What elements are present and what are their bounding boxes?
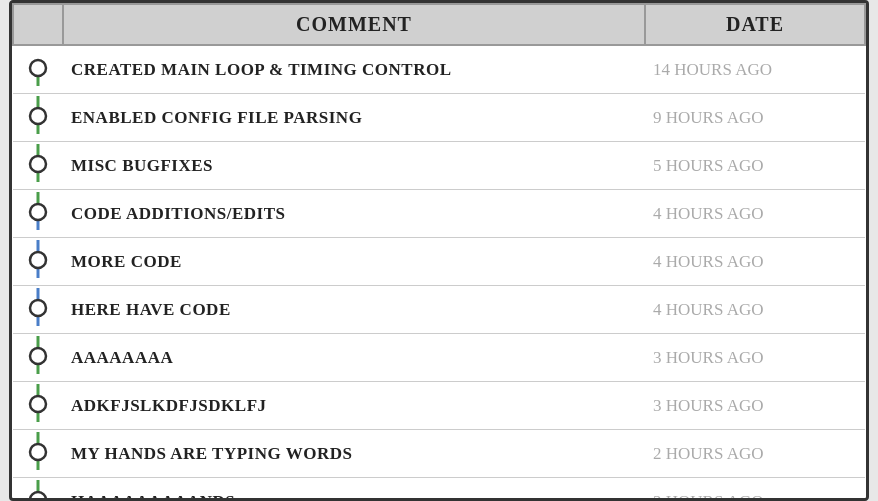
circle-svg [18,384,58,422]
svg-point-19 [30,348,46,364]
svg-point-25 [30,444,46,460]
comment-cell: CODE ADDITIONS/EDITS [63,190,645,238]
table-row: MISC BUGFIXES5 HOURs AGO [13,142,865,190]
date-cell: 2 Hours Ago [645,430,865,478]
date-cell: 4 HOURs AGo [645,190,865,238]
main-container: COMMENT DATE CREATED MAIN LOOP & TIMING … [9,0,869,501]
table-row: CODE ADDITIONS/EDITS4 HOURs AGo [13,190,865,238]
comment-cell: MY HANDS ARE TYPING WORDS [63,430,645,478]
comment-cell: AAAAAAAA [63,334,645,382]
circle-cell [13,142,63,190]
table-row: HAAAAAAAAANDS2 HouRs AGo [13,478,865,502]
header-circle-col [13,4,63,45]
circle-svg [18,480,58,501]
date-cell: 9 HOURs AGO [645,94,865,142]
date-cell: 3 HOURs AGO [645,334,865,382]
table-row: ENABLED CONFIG FILE PARSING9 HOURs AGO [13,94,865,142]
svg-point-13 [30,252,46,268]
table-wrapper: COMMENT DATE CREATED MAIN LOOP & TIMING … [12,3,866,501]
circle-cell [13,478,63,502]
table-row: MORE CODE4 HOURs AGO [13,238,865,286]
header-comment: COMMENT [63,4,645,45]
circle-cell [13,238,63,286]
header-date: DATE [645,4,865,45]
date-cell: 4 HOURs AGO [645,238,865,286]
table-row: AAAAAAAA3 HOURs AGO [13,334,865,382]
comment-cell: MORE CODE [63,238,645,286]
comment-cell: HAAAAAAAAANDS [63,478,645,502]
comment-cell: HERE HAVE CODE [63,286,645,334]
table-row: HERE HAVE CODE4 HOURs AGo [13,286,865,334]
circle-cell [13,334,63,382]
table-row: ADKFJSLKDFJSDKLFJ3 HOURs AGO [13,382,865,430]
circle-svg [18,144,58,182]
date-cell: 4 HOURs AGo [645,286,865,334]
date-cell: 3 HOURs AGO [645,382,865,430]
circle-svg [18,288,58,326]
svg-point-10 [30,204,46,220]
date-cell: 14 Hours Ago [645,45,865,94]
table-body: CREATED MAIN LOOP & TIMING CONTROL14 Hou… [13,45,865,501]
circle-svg [18,240,58,278]
circle-cell [13,430,63,478]
date-cell: 5 HOURs AGO [645,142,865,190]
svg-point-7 [30,156,46,172]
comment-cell: MISC BUGFIXES [63,142,645,190]
comment-cell: CREATED MAIN LOOP & TIMING CONTROL [63,45,645,94]
circle-svg [18,192,58,230]
circle-cell [13,45,63,94]
circle-cell [13,190,63,238]
svg-point-4 [30,108,46,124]
comment-cell: ADKFJSLKDFJSDKLFJ [63,382,645,430]
circle-svg [18,336,58,374]
circle-cell [13,94,63,142]
svg-point-16 [30,300,46,316]
svg-point-27 [30,492,46,501]
svg-point-22 [30,396,46,412]
comment-cell: ENABLED CONFIG FILE PARSING [63,94,645,142]
date-cell: 2 HouRs AGo [645,478,865,502]
circle-svg [18,432,58,470]
table-header-row: COMMENT DATE [13,4,865,45]
table-row: MY HANDS ARE TYPING WORDS2 Hours Ago [13,430,865,478]
circle-svg [18,96,58,134]
svg-point-1 [30,60,46,76]
commits-table: COMMENT DATE CREATED MAIN LOOP & TIMING … [12,3,866,501]
circle-svg [18,48,58,86]
circle-cell [13,286,63,334]
circle-cell [13,382,63,430]
table-row: CREATED MAIN LOOP & TIMING CONTROL14 Hou… [13,45,865,94]
